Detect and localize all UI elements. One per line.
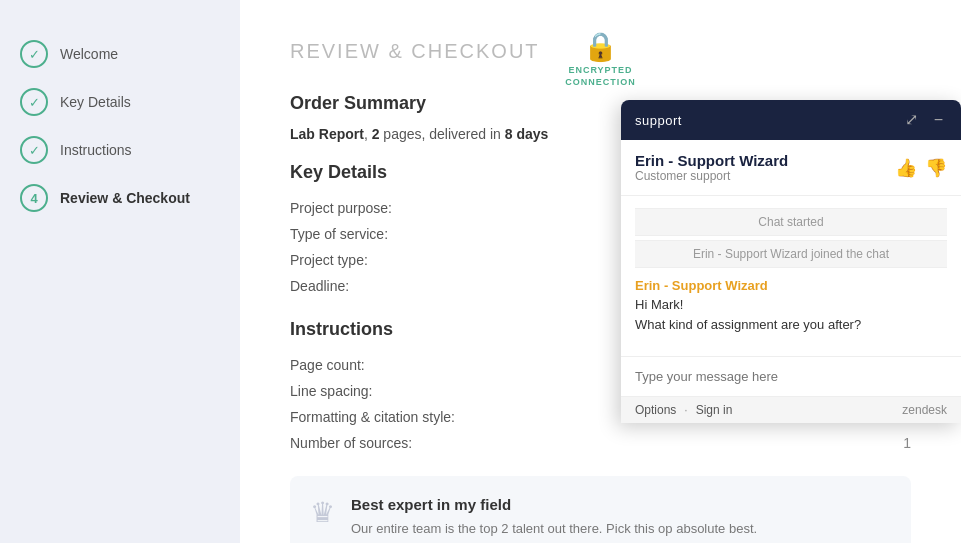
chat-message-input[interactable] [621,357,961,396]
sidebar-item-review-checkout[interactable]: 4 Review & Checkout [20,184,220,212]
chat-header: support ⤢ − [621,100,961,140]
thumbs-up-button[interactable]: 👍 [895,157,917,179]
chat-widget: support ⤢ − Erin - Support Wizard Custom… [621,100,961,423]
encrypted-badge: 🔒 ENCRYPTED CONNECTION [565,30,636,87]
encrypted-text-line1: ENCRYPTED [568,65,632,75]
chat-message: Erin - Support Wizard Hi Mark!What kind … [635,278,947,334]
crown-icon: ♛ [310,496,335,529]
review-checkout-num-icon: 4 [20,184,48,212]
chat-header-actions: ⤢ − [901,110,947,130]
chat-minimize-button[interactable]: − [930,110,947,130]
sidebar-item-instructions[interactable]: ✓ Instructions [20,136,220,164]
chat-agent-bar: Erin - Support Wizard Customer support 👍… [621,140,961,196]
card-text: Our entire team is the top 2 talent out … [351,519,757,539]
chat-expand-button[interactable]: ⤢ [901,110,922,130]
sidebar: ✓ Welcome ✓ Key Details ✓ Instructions 4… [0,0,240,543]
sidebar-label-instructions: Instructions [60,142,132,158]
agent-role: Customer support [635,169,788,183]
pages: 2 [372,126,380,142]
chat-title: support [635,113,682,128]
type-of-service-label: Type of service: [290,226,388,242]
card-content: Best expert in my field Our entire team … [351,496,757,539]
num-sources-label: Number of sources: [290,435,412,451]
chat-footer-left: Options · Sign in [635,403,732,417]
project-type-label: Project type: [290,252,368,268]
brand-label: zendesk [902,403,947,417]
instructions-check-icon: ✓ [20,136,48,164]
page-count-label: Page count: [290,357,365,373]
message-author: Erin - Support Wizard [635,278,947,293]
table-row: Number of sources: 1 [290,430,911,456]
chat-joined-bar: Erin - Support Wizard joined the chat [635,240,947,268]
chat-status-bar: Chat started [635,208,947,236]
delivery: 8 days [505,126,549,142]
sidebar-item-key-details[interactable]: ✓ Key Details [20,88,220,116]
sidebar-item-welcome[interactable]: ✓ Welcome [20,40,220,68]
footer-separator: · [684,403,687,417]
encrypted-text-line2: CONNECTION [565,77,636,87]
card-title: Best expert in my field [351,496,757,513]
chat-footer: Options · Sign in zendesk [621,396,961,423]
key-details-check-icon: ✓ [20,88,48,116]
agent-reactions: 👍 👎 [895,157,947,179]
signin-link[interactable]: Sign in [696,403,733,417]
agent-name: Erin - Support Wizard [635,152,788,169]
thumbs-down-button[interactable]: 👎 [925,157,947,179]
deadline-label: Deadline: [290,278,349,294]
doc-type: Lab Report [290,126,364,142]
project-purpose-label: Project purpose: [290,200,392,216]
chat-input-area [621,356,961,396]
agent-info: Erin - Support Wizard Customer support [635,152,788,183]
expert-card: ♛ Best expert in my field Our entire tea… [290,476,911,543]
message-text: Hi Mark!What kind of assignment are you … [635,295,947,334]
options-label[interactable]: Options [635,403,676,417]
main-content: 🔒 ENCRYPTED CONNECTION REVIEW & CHECKOUT… [240,0,961,543]
citation-style-label: Formatting & citation style: [290,409,455,425]
line-spacing-label: Line spacing: [290,383,373,399]
num-sources-value: 1 [903,435,911,451]
sidebar-label-review-checkout: Review & Checkout [60,190,190,206]
sidebar-label-welcome: Welcome [60,46,118,62]
sidebar-label-key-details: Key Details [60,94,131,110]
welcome-check-icon: ✓ [20,40,48,68]
lock-icon: 🔒 [583,30,618,63]
chat-messages: Chat started Erin - Support Wizard joine… [621,196,961,356]
